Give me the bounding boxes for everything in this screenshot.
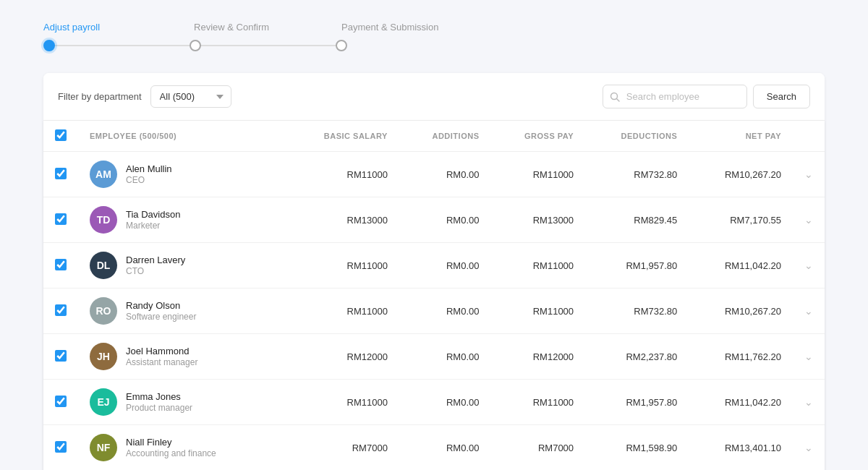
row-checkbox-4[interactable] — [55, 304, 67, 316]
stepper-track — [43, 40, 347, 51]
row-checkbox-cell — [43, 243, 78, 289]
step-label-3: Payment & Submission — [341, 22, 438, 33]
col-gross-pay-header: GROSS PAY — [490, 121, 585, 152]
row-deductions: RM1,957.80 — [585, 380, 689, 425]
row-checkbox-7[interactable] — [55, 441, 67, 453]
row-checkbox-5[interactable] — [55, 350, 67, 362]
svg-line-1 — [616, 98, 619, 101]
employee-table-wrap: EMPLOYEE (500/500) BASIC SALARY ADDITION… — [43, 121, 825, 470]
row-checkbox-cell — [43, 334, 78, 380]
employee-name: Tia Davidson — [126, 209, 180, 220]
chevron-down-icon[interactable]: ⌄ — [804, 305, 813, 317]
step-dot-2 — [190, 40, 201, 51]
row-expand-cell[interactable]: ⌄ — [793, 380, 825, 425]
chevron-down-icon[interactable]: ⌄ — [804, 168, 813, 180]
row-additions: RM0.00 — [399, 289, 491, 334]
col-additions-header: ADDITIONS — [399, 121, 491, 152]
row-basic-salary: RM11000 — [286, 152, 399, 197]
employee-name: Emma Jones — [126, 391, 192, 402]
row-net-pay: RM11,042.20 — [689, 380, 793, 425]
row-checkbox-2[interactable] — [55, 213, 67, 225]
col-employee-header: EMPLOYEE (500/500) — [78, 121, 286, 152]
stepper: Adjust payroll Review & Confirm Payment … — [43, 22, 825, 51]
search-icon — [610, 92, 620, 102]
row-basic-salary: RM12000 — [286, 334, 399, 380]
row-basic-salary: RM11000 — [286, 380, 399, 425]
employee-name: Niall Finley — [126, 437, 216, 448]
stepper-labels: Adjust payroll Review & Confirm Payment … — [43, 22, 825, 33]
row-gross-pay: RM11000 — [490, 289, 585, 334]
employee-info: Tia Davidson Marketer — [126, 209, 180, 231]
avatar: NF — [90, 434, 117, 461]
row-expand-cell[interactable]: ⌄ — [793, 425, 825, 471]
row-net-pay: RM10,267.20 — [689, 289, 793, 334]
row-expand-cell[interactable]: ⌄ — [793, 152, 825, 197]
step-label-1: Adjust payroll — [43, 22, 100, 33]
employee-info: Alen Mullin CEO — [126, 163, 172, 185]
row-expand-cell[interactable]: ⌄ — [793, 289, 825, 334]
stepper-dots — [43, 40, 347, 51]
employee-role: CTO — [126, 266, 185, 276]
row-deductions: RM1,957.80 — [585, 243, 689, 289]
row-net-pay: RM11,762.20 — [689, 334, 793, 380]
row-checkbox-3[interactable] — [55, 259, 67, 270]
employee-role: Accounting and finance — [126, 448, 216, 458]
table-row: RO Randy Olson Software engineer RM11000… — [43, 289, 825, 334]
row-checkbox-cell — [43, 425, 78, 471]
row-gross-pay: RM12000 — [490, 334, 585, 380]
row-checkbox-6[interactable] — [55, 396, 67, 407]
step-dot-1 — [43, 40, 55, 51]
row-additions: RM0.00 — [399, 152, 491, 197]
select-all-checkbox[interactable] — [55, 129, 67, 141]
row-deductions: RM829.45 — [585, 197, 689, 243]
employee-info: Darren Lavery CTO — [126, 255, 185, 276]
search-input[interactable] — [603, 85, 747, 108]
employee-table: EMPLOYEE (500/500) BASIC SALARY ADDITION… — [43, 121, 825, 470]
page: Adjust payroll Review & Confirm Payment … — [0, 0, 868, 470]
search-button[interactable]: Search — [753, 85, 810, 108]
chevron-down-icon[interactable]: ⌄ — [804, 442, 813, 453]
row-employee-cell: JH Joel Hammond Assistant manager — [78, 334, 286, 380]
row-gross-pay: RM7000 — [490, 425, 585, 471]
row-deductions: RM2,237.80 — [585, 334, 689, 380]
employee-role: Marketer — [126, 221, 180, 231]
search-area: Search — [603, 85, 810, 108]
employee-name: Alen Mullin — [126, 163, 172, 174]
chevron-down-icon[interactable]: ⌄ — [804, 260, 813, 271]
row-employee-cell: EJ Emma Jones Product manager — [78, 380, 286, 425]
table-row: TD Tia Davidson Marketer RM13000 RM0.00 … — [43, 197, 825, 243]
employee-name: Darren Lavery — [126, 255, 185, 265]
row-expand-cell[interactable]: ⌄ — [793, 334, 825, 380]
employee-role: Product manager — [126, 403, 192, 413]
row-additions: RM0.00 — [399, 197, 491, 243]
employee-info: Niall Finley Accounting and finance — [126, 437, 216, 458]
row-deductions: RM732.80 — [585, 152, 689, 197]
row-deductions: RM732.80 — [585, 289, 689, 334]
table-row: AM Alen Mullin CEO RM11000 RM0.00 RM1100… — [43, 152, 825, 197]
avatar: TD — [90, 206, 117, 234]
avatar: JH — [90, 343, 117, 370]
row-employee-cell: TD Tia Davidson Marketer — [78, 197, 286, 243]
row-basic-salary: RM11000 — [286, 289, 399, 334]
col-expand-header — [793, 121, 825, 152]
row-additions: RM0.00 — [399, 334, 491, 380]
avatar: AM — [90, 161, 117, 188]
row-checkbox-1[interactable] — [55, 168, 67, 179]
chevron-down-icon[interactable]: ⌄ — [804, 214, 813, 226]
row-basic-salary: RM13000 — [286, 197, 399, 243]
employee-name: Joel Hammond — [126, 346, 197, 356]
row-gross-pay: RM11000 — [490, 243, 585, 289]
row-expand-cell[interactable]: ⌄ — [793, 243, 825, 289]
filter-label: Filter by department — [58, 91, 142, 102]
header-checkbox-cell — [43, 121, 78, 152]
search-input-wrap — [603, 85, 747, 108]
department-select[interactable]: All (500) Engineering Marketing Finance … — [150, 85, 231, 108]
chevron-down-icon[interactable]: ⌄ — [804, 351, 813, 362]
row-checkbox-cell — [43, 197, 78, 243]
employee-info: Emma Jones Product manager — [126, 391, 192, 413]
employee-role: Assistant manager — [126, 357, 197, 367]
row-basic-salary: RM11000 — [286, 243, 399, 289]
row-employee-cell: DL Darren Lavery CTO — [78, 243, 286, 289]
row-expand-cell[interactable]: ⌄ — [793, 197, 825, 243]
chevron-down-icon[interactable]: ⌄ — [804, 396, 813, 408]
